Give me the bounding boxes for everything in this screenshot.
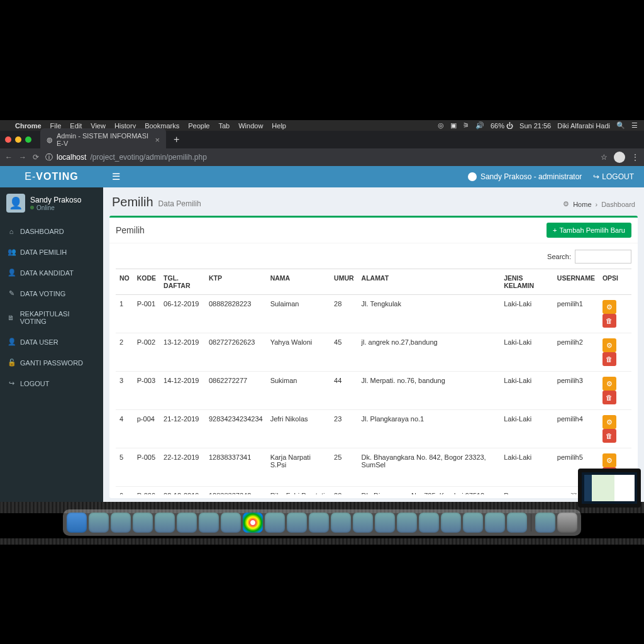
menu-people[interactable]: People xyxy=(188,122,209,130)
menu-window[interactable]: Window xyxy=(238,122,263,130)
dock-app-icon[interactable] xyxy=(463,513,483,533)
volume-icon[interactable]: 🔊 xyxy=(475,121,484,130)
cell-alamat: Jl. Merpati. no.76, bandung xyxy=(358,372,501,410)
cell-tgl: 21-12-2019 xyxy=(160,410,205,448)
sidebar-item[interactable]: ↪LOGOUT xyxy=(0,373,103,394)
menu-help[interactable]: Help xyxy=(272,122,286,130)
column-header[interactable]: UMUR xyxy=(330,269,358,295)
address-bar: ← → ⟳ ⓘ localhost/project_evoting/admin/… xyxy=(0,148,644,166)
header-user[interactable]: Sandy Prakoso - administrator xyxy=(468,172,582,181)
menubar-app[interactable]: Chrome xyxy=(15,122,42,130)
cell-jk: Laki-Laki xyxy=(500,333,553,372)
back-button[interactable]: ← xyxy=(5,153,13,162)
cell-tgl: 22-12-2019 xyxy=(160,448,205,487)
column-header[interactable]: JENIS KELAMIN xyxy=(500,269,553,295)
close-tab-icon[interactable]: × xyxy=(155,135,160,145)
dock-app-icon[interactable] xyxy=(155,513,175,533)
profile-avatar[interactable] xyxy=(614,152,625,163)
list-icon[interactable]: ☰ xyxy=(631,121,638,130)
delete-button[interactable]: 🗑 xyxy=(602,314,616,328)
sidebar-user-panel: Sandy Prakoso Online xyxy=(0,187,103,219)
cell-ktp: 0862272277 xyxy=(205,372,267,410)
clock[interactable]: Sun 21:56 xyxy=(519,122,551,130)
column-header[interactable]: TGL. DAFTAR xyxy=(160,269,205,295)
dock-app-icon[interactable] xyxy=(287,513,307,533)
edit-button[interactable]: ⚙ xyxy=(602,300,616,314)
sidebar-item-label: REKAPITULASI VOTING xyxy=(20,310,96,325)
window-close[interactable] xyxy=(5,136,11,143)
dock-trash-icon[interactable] xyxy=(557,513,577,533)
dock-safari-icon[interactable] xyxy=(89,513,109,533)
edit-button[interactable]: ⚙ xyxy=(602,377,616,391)
new-tab-button[interactable]: + xyxy=(170,134,183,145)
app-logo[interactable]: E-VOTING xyxy=(0,171,103,182)
cell-nama: Jefri Nikolas xyxy=(267,410,330,448)
star-icon[interactable]: ☆ xyxy=(601,153,608,162)
dock-app-icon[interactable] xyxy=(535,513,555,533)
dock-app-icon[interactable] xyxy=(485,513,505,533)
forward-button[interactable]: → xyxy=(19,153,26,162)
cell-no: 1 xyxy=(116,295,133,333)
menu-tab[interactable]: Tab xyxy=(218,122,230,130)
sidebar-item[interactable]: 🔓GANTI PASSWORD xyxy=(0,352,103,373)
logout-link[interactable]: ↪ LOGOUT xyxy=(593,172,634,181)
hamburger-icon[interactable]: ☰ xyxy=(103,171,129,182)
window-minimize[interactable] xyxy=(15,136,21,143)
column-header[interactable]: KODE xyxy=(133,269,160,295)
delete-button[interactable]: 🗑 xyxy=(602,429,616,443)
add-pemilih-button[interactable]: + Tambah Pemilih Baru xyxy=(547,223,631,238)
dock-app-icon[interactable] xyxy=(375,513,395,533)
dock-app-icon[interactable] xyxy=(177,513,197,533)
browser-tab[interactable]: ◍ Admin - SISTEM INFORMASI E-V × xyxy=(40,128,166,151)
edit-button[interactable]: ⚙ xyxy=(602,338,616,352)
screen-icon[interactable]: ▣ xyxy=(450,121,457,130)
sidebar-item[interactable]: ✎DATA VOTING xyxy=(0,283,103,304)
dock-finder-icon[interactable] xyxy=(67,513,87,533)
dock-app-icon[interactable] xyxy=(309,513,329,533)
column-header[interactable]: USERNAME xyxy=(553,269,599,295)
sidebar-item[interactable]: ⌂DASHBOARD xyxy=(0,221,103,242)
edit-button[interactable]: ⚙ xyxy=(602,453,616,467)
delete-button[interactable]: 🗑 xyxy=(602,391,616,404)
dock-app-icon[interactable] xyxy=(397,513,417,533)
cell-ktp: 082727262623 xyxy=(205,333,267,372)
sidebar-item[interactable]: 👤DATA KANDIDAT xyxy=(0,262,103,283)
dock-app-icon[interactable] xyxy=(331,513,351,533)
dock-app-icon[interactable] xyxy=(133,513,153,533)
dock-app-icon[interactable] xyxy=(221,513,241,533)
breadcrumb-home[interactable]: Home xyxy=(573,201,591,208)
column-header[interactable]: NO xyxy=(116,269,133,295)
cell-opsi: ⚙🗑 xyxy=(599,295,631,333)
menubar-username[interactable]: Diki Alfarabi Hadi xyxy=(557,122,610,130)
search-input[interactable] xyxy=(575,250,631,264)
dock-app-icon[interactable] xyxy=(419,513,439,533)
kebab-icon[interactable]: ⋮ xyxy=(631,153,639,162)
battery[interactable]: 66% ⏻ xyxy=(491,122,513,130)
sidebar-item[interactable]: 🗎REKAPITULASI VOTING xyxy=(0,304,103,331)
dock-app-icon[interactable] xyxy=(111,513,131,533)
spotlight-icon[interactable]: 🔍 xyxy=(616,121,625,130)
reload-button[interactable]: ⟳ xyxy=(33,153,39,162)
cell-alamat: Dk. Diponegoro No. 705, Kendari 97512, J… xyxy=(358,487,501,495)
edit-button[interactable]: ⚙ xyxy=(602,415,616,429)
dock-app-icon[interactable] xyxy=(441,513,461,533)
dock-chrome-icon[interactable] xyxy=(243,513,263,533)
url-field[interactable]: ⓘ localhost/project_evoting/admin/pemili… xyxy=(45,152,594,163)
sidebar-item[interactable]: 👤DATA USER xyxy=(0,331,103,352)
dock-app-icon[interactable] xyxy=(507,513,527,533)
cell-nama: Rika Febi Prastuti xyxy=(267,487,330,495)
column-header[interactable]: OPSI xyxy=(599,269,631,295)
delete-button[interactable]: 🗑 xyxy=(602,352,616,366)
window-maximize[interactable] xyxy=(25,136,31,143)
dock-app-icon[interactable] xyxy=(199,513,219,533)
column-header[interactable]: NAMA xyxy=(267,269,330,295)
dock-app-icon[interactable] xyxy=(353,513,373,533)
cc-icon[interactable]: ◎ xyxy=(438,121,444,130)
dock-app-icon[interactable] xyxy=(265,513,285,533)
sidebar-item[interactable]: 👥DATA PEMILIH xyxy=(0,242,103,262)
column-header[interactable]: KTP xyxy=(205,269,267,295)
preview-thumbnail[interactable] xyxy=(578,469,641,508)
wifi-icon[interactable]: ⚞ xyxy=(463,121,469,130)
column-header[interactable]: ALAMAT xyxy=(358,269,501,295)
sidebar-item-label: DATA USER xyxy=(20,338,58,346)
